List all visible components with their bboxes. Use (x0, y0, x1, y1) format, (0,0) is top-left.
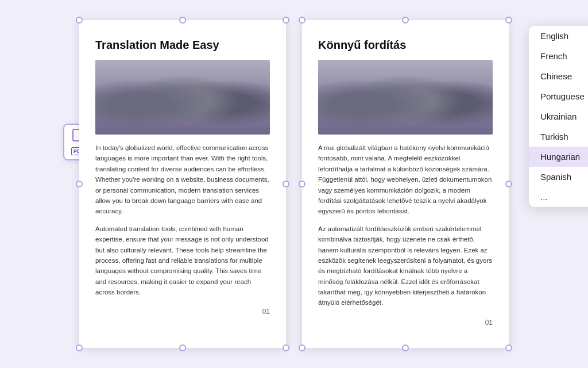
handle-bm-2[interactable] (402, 344, 409, 351)
page1-para1: In today's globalized world, effective c… (95, 143, 270, 217)
page2-para2: Az automatizált fordítóeszközök emberi s… (318, 224, 493, 308)
handle-tr-2[interactable] (505, 17, 512, 24)
handle-tl-1[interactable] (76, 17, 83, 24)
page1: Translation Made Easy In today's globali… (79, 20, 286, 348)
handle-mr-1[interactable] (283, 181, 289, 187)
dropdown-item-french[interactable]: French (529, 46, 588, 66)
handle-tm-2[interactable] (402, 17, 409, 24)
handle-bl-1[interactable] (76, 344, 83, 351)
handle-tm-1[interactable] (179, 17, 186, 24)
page2-body: A mai globalizált világban a hatékony ny… (318, 143, 493, 308)
dropdown-item-chinese[interactable]: Chinese (529, 66, 588, 86)
dropdown-item-english[interactable]: English (529, 26, 588, 46)
dropdown-item-portuguese[interactable]: Portuguese (529, 86, 588, 106)
dropdown-item-ukrainian[interactable]: Ukrainian (529, 106, 588, 126)
handle-bl-2[interactable] (299, 344, 305, 351)
page2-para1: A mai globalizált világban a hatékony ny… (318, 143, 493, 217)
page2-number: 01 (318, 319, 493, 327)
page1-title: Translation Made Easy (95, 39, 270, 52)
dropdown-item-turkish[interactable]: Turkish (529, 126, 588, 147)
dropdown-item-hungarian[interactable]: Hungarian (529, 147, 588, 167)
page2: Könnyű fordítás A mai globalizált világb… (302, 20, 509, 348)
handle-br-1[interactable] (283, 344, 289, 351)
page1-wrapper: PDF Translation Made Easy In today's glo… (79, 20, 286, 348)
handle-br-2[interactable] (505, 344, 512, 351)
dropdown-item-...[interactable]: ... (529, 187, 588, 207)
language-dropdown: AI EnglishFrenchChinesePortugueseUkraini… (529, 26, 588, 207)
page1-para2: Automated translation tools, combined wi… (95, 224, 270, 298)
handle-mr-2[interactable] (505, 181, 512, 187)
handle-ml-1[interactable] (76, 181, 83, 187)
handle-tl-2[interactable] (299, 17, 305, 24)
page2-title: Könnyű fordítás (318, 39, 493, 52)
page1-body: In today's globalized world, effective c… (95, 143, 270, 297)
page2-wrapper: Könnyű fordítás A mai globalizált világb… (302, 20, 509, 348)
page2-image (318, 60, 493, 135)
dropdown-items-container: EnglishFrenchChinesePortugueseUkrainianT… (529, 26, 588, 207)
dropdown-item-spanish[interactable]: Spanish (529, 167, 588, 187)
handle-ml-2[interactable] (299, 181, 305, 187)
page1-number: 01 (95, 308, 270, 316)
page1-image (95, 60, 270, 135)
handle-tr-1[interactable] (283, 17, 289, 24)
handle-bm-1[interactable] (179, 344, 186, 351)
pages-container: PDF Translation Made Easy In today's glo… (79, 20, 509, 348)
